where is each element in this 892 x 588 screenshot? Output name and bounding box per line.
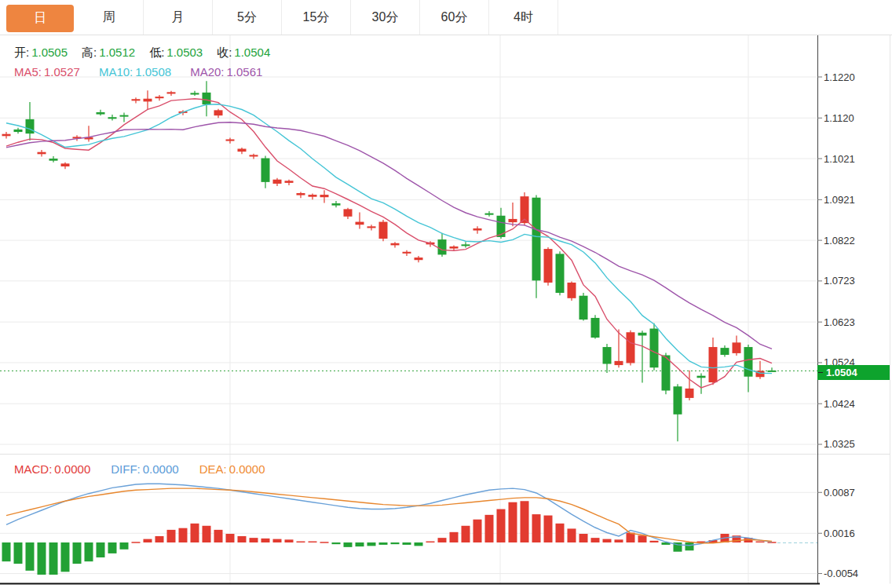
macd-axis-label: 0.0016: [824, 527, 855, 540]
price-axis-label: 1.1220: [824, 71, 855, 84]
close-label: 收:: [217, 46, 232, 60]
trading-chart-app: 日周月5分15分30分60分4时 开:1.0505 高:1.0512 低:1.0…: [0, 0, 892, 588]
ma10-label: MA10:: [99, 65, 133, 79]
price-axis-label: 1.0424: [824, 397, 855, 411]
tab-15min[interactable]: 15分: [282, 0, 351, 35]
current-price-tag: 1.0504: [817, 365, 890, 380]
price-tag-value: 1.0504: [826, 367, 857, 378]
price-tag-tick: [818, 372, 823, 373]
price-axis-label: 1.0623: [824, 316, 855, 329]
price-axis-label: 1.0921: [824, 193, 855, 206]
y-axis: [0, 35, 822, 584]
ma20-label: MA20:: [190, 65, 224, 79]
diff-dea-lines: [6, 484, 817, 545]
macd-label: MACD:: [14, 462, 52, 476]
price-axis-label: 1.1120: [824, 111, 854, 125]
dea-value: 0.0000: [229, 462, 265, 476]
diff-label: DIFF:: [111, 462, 141, 476]
ma5-value: 1.0527: [44, 65, 80, 79]
low-value: 1.0503: [166, 46, 203, 60]
tab-60min[interactable]: 60分: [420, 0, 489, 35]
price-axis-label: 1.1021: [824, 152, 855, 166]
macd-value: 0.0000: [54, 462, 90, 476]
high-value: 1.0512: [99, 46, 135, 60]
chart-canvas[interactable]: [0, 0, 892, 588]
open-value: 1.0505: [31, 46, 68, 60]
open-label: 开:: [14, 46, 29, 60]
price-axis-label: 1.0723: [824, 274, 855, 287]
ma20-value: 1.0561: [227, 65, 263, 79]
grid-lines: [0, 35, 890, 584]
close-value: 1.0504: [234, 46, 270, 60]
tab-5min[interactable]: 5分: [213, 0, 282, 35]
dea-label: DEA:: [199, 462, 227, 476]
ma10-value: 1.0508: [135, 65, 171, 79]
ma-legend: MA5:1.0527 MA10:1.0508 MA20:1.0561: [14, 65, 262, 79]
macd-legend: MACD:0.0000 DIFF:0.0000 DEA:0.0000: [14, 462, 265, 476]
ma5-label: MA5:: [14, 65, 42, 79]
tab-4hour[interactable]: 4时: [489, 0, 558, 35]
tab-month[interactable]: 月: [144, 0, 213, 35]
ohlc-legend: 开:1.0505 高:1.0512 低:1.0503 收:1.0504: [14, 46, 270, 60]
price-axis-label: 1.0822: [824, 234, 855, 247]
low-label: 低:: [149, 46, 164, 60]
price-axis-label: 1.0325: [824, 437, 855, 451]
high-label: 高:: [82, 46, 97, 60]
candlesticks: [2, 81, 777, 441]
tab-week[interactable]: 周: [75, 0, 144, 35]
tab-30min[interactable]: 30分: [351, 0, 420, 35]
macd-axis-label: -0.0054: [824, 567, 858, 580]
diff-value: 0.0000: [143, 462, 179, 476]
period-tabbar: 日周月5分15分30分60分4时: [0, 0, 892, 35]
tab-day[interactable]: 日: [6, 5, 74, 32]
macd-axis-label: 0.0087: [824, 486, 855, 499]
